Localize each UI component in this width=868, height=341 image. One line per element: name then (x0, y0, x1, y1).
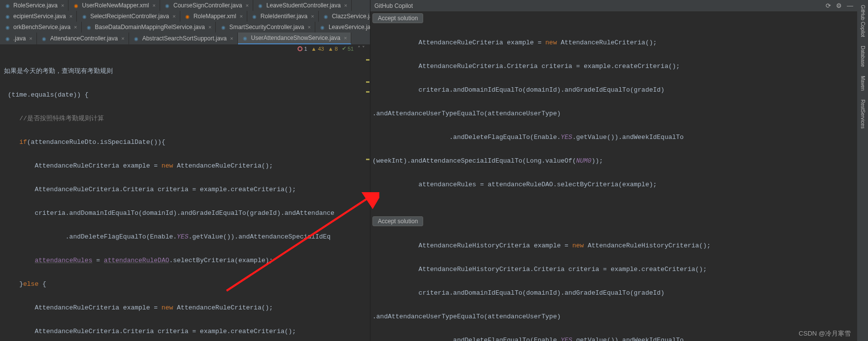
java-file-icon: ◉ (4, 2, 11, 9)
editor-tab[interactable]: ◉UserRoleNewMapper.xml× (68, 0, 160, 11)
java-file-icon: ◉ (81, 13, 88, 20)
close-icon[interactable]: × (311, 13, 314, 19)
watermark: CSDN @冷月寒雪 (799, 329, 851, 338)
close-icon[interactable]: × (121, 35, 124, 41)
java-file-icon: ◉ (41, 35, 48, 42)
sidebar-database[interactable]: Database (860, 44, 866, 69)
tab-label: ecipientService.java (13, 13, 66, 20)
tab-label: .java (13, 35, 26, 42)
java-file-icon: ◉ (323, 13, 330, 20)
xml-file-icon: ◉ (72, 2, 79, 9)
java-file-icon: ◉ (4, 35, 11, 42)
tab-label: LeaveStudentController.java (267, 2, 341, 9)
tab-label: SelectRecipientController.java (90, 13, 169, 20)
editor-tab[interactable]: ◉RoleIdentifier.java× (247, 11, 319, 22)
editor-tab[interactable]: ◉UserAttendanceShowService.java× (238, 33, 352, 44)
java-file-icon: ◉ (257, 2, 264, 9)
close-icon[interactable]: × (74, 24, 77, 30)
tab-label: LeaveService.java (329, 24, 370, 31)
close-icon[interactable]: × (230, 35, 233, 41)
error-icon (298, 46, 302, 51)
editor-tab[interactable]: ◉CourseSignController.java× (160, 0, 253, 11)
gear-icon[interactable]: ⚙ (836, 2, 842, 9)
close-icon[interactable]: × (172, 13, 175, 19)
sidebar-rest[interactable]: RestServices (860, 98, 866, 131)
tab-label: BaseDataDomainMappingRelService.java (95, 24, 205, 31)
editor-tab[interactable]: ◉.java× (0, 33, 37, 44)
editor-tab[interactable]: ◉BaseDataDomainMappingRelService.java× (82, 22, 216, 33)
tab-label: RoleService.java (13, 2, 58, 9)
editor-tab[interactable]: ◉RoleMapper.xml× (180, 11, 247, 22)
editor-tab[interactable]: ◉orkBenchService.java× (0, 22, 82, 33)
xml-file-icon: ◉ (184, 13, 191, 20)
close-icon[interactable]: × (153, 2, 156, 8)
editor-tabs: ◉RoleService.java×◉UserRoleNewMapper.xml… (0, 0, 370, 44)
java-file-icon: ◉ (133, 35, 140, 42)
copilot-title: GitHub Copilot (374, 2, 413, 9)
close-icon[interactable]: × (245, 2, 248, 8)
typo-count: 51 (348, 46, 354, 52)
editor-tab[interactable]: ◉ecipientService.java× (0, 11, 77, 22)
tab-label: RoleIdentifier.java (261, 13, 307, 20)
editor-tab[interactable]: ◉LeaveStudentController.java× (253, 0, 352, 11)
close-icon[interactable]: × (61, 2, 64, 8)
warning-icon: ▲ (311, 46, 317, 52)
java-file-icon: ◉ (4, 13, 11, 20)
tab-label: RoleMapper.xml (194, 13, 236, 20)
tab-label: UserRoleNewMapper.xml (82, 2, 149, 9)
java-file-icon: ◉ (251, 13, 258, 20)
refresh-icon[interactable]: ⟳ (826, 2, 831, 9)
copilot-header: GitHub Copilot ⟳ ⚙ — (370, 0, 857, 11)
editor-tab[interactable]: ◉LeaveService.java× (315, 22, 370, 33)
editor-tab[interactable]: ◉AttendanceController.java× (37, 33, 129, 44)
error-count: 1 (304, 46, 307, 52)
editor-tab[interactable]: ◉ClazzService.java× (319, 11, 370, 22)
minimize-icon[interactable]: — (847, 2, 853, 9)
sidebar-maven[interactable]: Maven (860, 74, 866, 93)
marker-bar[interactable] (365, 54, 369, 341)
tool-window-bar: GitHub Copilot Database Maven RestServic… (857, 0, 868, 341)
close-icon[interactable]: × (239, 13, 242, 19)
editor-tab[interactable]: ◉AbstractSearchSortSupport.java× (129, 33, 238, 44)
sidebar-copilot[interactable]: GitHub Copilot (860, 3, 866, 39)
close-icon[interactable]: × (307, 24, 310, 30)
weak-warning-count: 8 (335, 46, 338, 52)
accept-solution-button[interactable]: Accept solution (372, 13, 423, 23)
close-icon[interactable]: × (208, 24, 211, 30)
tab-label: AttendanceController.java (50, 35, 118, 42)
tab-label: SmartSecurityController.java (229, 24, 304, 31)
close-icon[interactable]: × (29, 35, 32, 41)
java-file-icon: ◉ (242, 34, 249, 41)
tab-label: ClazzService.java (332, 13, 370, 20)
editor-tab[interactable]: ◉RoleService.java× (0, 0, 68, 11)
java-file-icon: ◉ (319, 24, 326, 31)
java-file-icon: ◉ (86, 24, 93, 31)
tab-label: orkBenchService.java (13, 24, 70, 31)
tab-label: CourseSignController.java (173, 2, 242, 9)
java-file-icon: ◉ (164, 2, 171, 9)
close-icon[interactable]: × (344, 2, 347, 8)
editor-tab[interactable]: ◉SmartSecurityController.java× (216, 22, 315, 33)
editor[interactable]: 如果是今天的考勤，查询现有考勤规则 (time.equals(date)) { … (0, 53, 370, 341)
accept-solution-button[interactable]: Accept solution (372, 216, 423, 226)
java-file-icon: ◉ (220, 24, 227, 31)
weak-warning-icon: ▲ (328, 46, 334, 52)
tab-label: AbstractSearchSortSupport.java (142, 35, 227, 42)
inspection-status: 1 ▲43 ▲8 ✔51 ˄ ˅ (0, 44, 370, 53)
warning-count: 43 (318, 46, 324, 52)
close-icon[interactable]: × (69, 13, 72, 19)
chevron-updown-icon[interactable]: ˄ ˅ (358, 45, 365, 52)
java-file-icon: ◉ (4, 24, 11, 31)
solution-2: AttendanceRuleHistoryCriteria example = … (370, 228, 857, 341)
close-icon[interactable]: × (344, 35, 347, 41)
tab-label: UserAttendanceShowService.java (251, 34, 340, 41)
editor-tab[interactable]: ◉SelectRecipientController.java× (77, 11, 180, 22)
typo-icon: ✔ (342, 45, 346, 52)
solution-1: AttendanceRuleCriteria example = new Att… (370, 25, 857, 214)
